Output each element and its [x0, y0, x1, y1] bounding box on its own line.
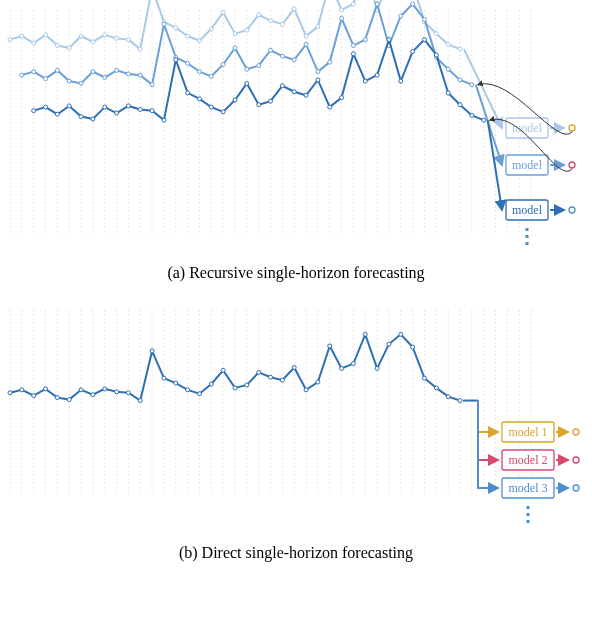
svg-point-226: [44, 387, 48, 391]
svg-point-56: [138, 47, 142, 51]
svg-point-128: [91, 117, 95, 121]
svg-point-143: [269, 99, 273, 103]
svg-point-83: [458, 47, 462, 51]
svg-point-269: [573, 457, 579, 463]
svg-point-126: [67, 104, 71, 108]
svg-point-96: [162, 22, 166, 26]
svg-point-108: [304, 42, 308, 46]
svg-line-174: [488, 120, 502, 210]
svg-point-69: [292, 7, 296, 11]
svg-point-129: [103, 105, 107, 109]
svg-point-46: [20, 34, 24, 38]
svg-point-149: [340, 96, 344, 100]
svg-point-273: [573, 485, 579, 491]
svg-point-241: [221, 368, 225, 372]
svg-point-231: [103, 387, 107, 391]
svg-point-225: [32, 394, 36, 398]
svg-point-61: [197, 39, 201, 43]
svg-point-52: [91, 40, 95, 44]
svg-point-47: [32, 41, 36, 45]
svg-point-91: [103, 76, 107, 80]
svg-point-145: [292, 90, 296, 94]
svg-point-107: [292, 58, 296, 62]
svg-point-51: [79, 34, 83, 38]
svg-point-65: [245, 28, 249, 32]
svg-point-117: [411, 2, 415, 6]
svg-point-137: [197, 97, 201, 101]
svg-point-92: [115, 68, 119, 72]
figure-wrapper: modelmodelmodel (a) Recursive single-hor…: [0, 0, 592, 580]
svg-point-144: [280, 84, 284, 88]
svg-point-244: [257, 370, 261, 374]
svg-point-230: [91, 393, 95, 397]
svg-point-250: [328, 344, 332, 348]
svg-point-71: [316, 25, 320, 29]
svg-point-235: [150, 349, 154, 353]
svg-point-101: [221, 62, 225, 66]
svg-point-118: [422, 17, 426, 21]
svg-point-239: [197, 392, 201, 396]
svg-point-120: [446, 67, 450, 71]
svg-point-66: [257, 13, 261, 17]
svg-point-142: [257, 103, 261, 107]
svg-point-100: [209, 74, 213, 78]
svg-point-121: [458, 78, 462, 82]
svg-point-49: [55, 44, 59, 48]
svg-point-132: [138, 107, 142, 111]
svg-point-260: [446, 395, 450, 399]
svg-point-166: [569, 125, 575, 131]
svg-point-131: [126, 104, 130, 108]
svg-point-153: [387, 38, 391, 42]
svg-point-257: [411, 345, 415, 349]
svg-point-246: [280, 378, 284, 382]
svg-point-224: [20, 388, 24, 392]
svg-point-64: [233, 32, 237, 36]
svg-point-245: [269, 375, 273, 379]
svg-point-102: [233, 46, 237, 50]
svg-point-161: [482, 118, 486, 122]
svg-point-68: [280, 22, 284, 26]
svg-point-109: [316, 70, 320, 74]
svg-point-81: [434, 32, 438, 36]
svg-point-238: [186, 388, 190, 392]
svg-point-111: [340, 16, 344, 20]
panel-b-svg: model 1model 2model 3: [0, 300, 592, 530]
svg-text:model: model: [512, 121, 543, 135]
svg-point-150: [351, 52, 355, 56]
svg-point-59: [174, 26, 178, 30]
svg-point-251: [340, 366, 344, 370]
svg-point-105: [269, 48, 273, 52]
svg-point-112: [351, 44, 355, 48]
svg-point-259: [434, 386, 438, 390]
svg-point-247: [292, 365, 296, 369]
svg-point-146: [304, 93, 308, 97]
svg-point-84: [20, 73, 24, 77]
svg-text:model: model: [512, 158, 543, 172]
svg-point-139: [221, 110, 225, 114]
svg-point-73: [340, 8, 344, 12]
svg-point-104: [257, 64, 261, 68]
svg-point-157: [434, 53, 438, 57]
caption-b: (b) Direct single-horizon forecasting: [0, 534, 592, 580]
svg-point-223: [8, 391, 12, 395]
svg-point-48: [44, 33, 48, 37]
svg-point-125: [55, 112, 59, 116]
svg-point-265: [573, 429, 579, 435]
svg-point-176: [569, 207, 575, 213]
svg-point-127: [79, 115, 83, 119]
svg-point-255: [387, 342, 391, 346]
svg-point-229: [79, 388, 83, 392]
svg-point-133: [150, 109, 154, 113]
svg-point-253: [363, 332, 367, 336]
svg-point-155: [411, 49, 415, 53]
svg-point-124: [44, 105, 48, 109]
svg-point-154: [399, 79, 403, 83]
svg-point-63: [221, 10, 225, 14]
svg-point-60: [186, 34, 190, 38]
svg-point-249: [316, 380, 320, 384]
svg-point-256: [399, 332, 403, 336]
svg-point-136: [186, 91, 190, 95]
svg-point-135: [174, 58, 178, 62]
svg-point-90: [91, 70, 95, 74]
svg-point-130: [115, 111, 119, 115]
